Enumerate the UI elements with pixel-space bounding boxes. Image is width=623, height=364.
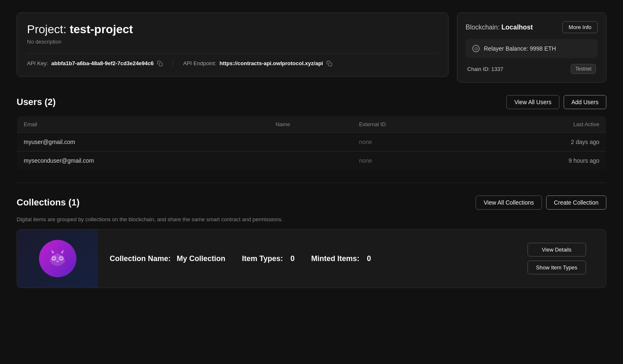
project-title: Project: test-project	[27, 23, 438, 36]
user-external-id: none	[353, 151, 473, 170]
api-key-label: API Key:	[27, 60, 48, 66]
more-info-button[interactable]: More Info	[562, 21, 598, 33]
item-types-label: Item Types:	[242, 254, 287, 263]
relayer-icon: ⊙	[472, 45, 480, 52]
collections-title-group: Collections (1)	[17, 197, 80, 208]
collections-section-header: Collections (1) View All Collections Cre…	[17, 195, 606, 210]
collections-btn-group: View All Collections Create Collection	[476, 195, 606, 210]
blockchain-header: Blockchain: Localhost More Info	[466, 21, 598, 33]
api-endpoint-field: API Endpoint: https://contracts-api.owlp…	[173, 60, 342, 66]
user-name	[269, 133, 353, 151]
user-last-active: 2 days ago	[473, 133, 606, 151]
svg-marker-11	[61, 249, 64, 254]
col-email: Email	[17, 116, 269, 133]
svg-rect-1	[329, 63, 332, 66]
collection-name-value: My Collection	[177, 254, 225, 263]
collection-logo	[39, 240, 76, 277]
chain-id-text: Chain ID: 1337	[467, 66, 503, 72]
user-email: myseconduser@gmail.com	[17, 151, 269, 170]
col-external-id: External ID	[353, 116, 473, 133]
api-endpoint-copy-icon[interactable]	[326, 61, 332, 66]
chain-id-row: Chain ID: 1337 Testnet	[466, 64, 598, 74]
user-name	[269, 151, 353, 170]
testnet-badge: Testnet	[571, 64, 596, 74]
top-section: Project: test-project No description API…	[17, 12, 606, 83]
view-all-collections-button[interactable]: View All Collections	[476, 195, 542, 210]
collection-card: Collection Name: My Collection Item Type…	[17, 229, 606, 288]
collection-logo-svg	[46, 247, 69, 270]
collection-name: Collection Name: My Collection	[110, 254, 226, 263]
main-content: Project: test-project No description API…	[17, 12, 606, 288]
svg-point-7	[53, 257, 55, 259]
api-key-copy-icon[interactable]	[157, 61, 163, 66]
collection-item-types: Item Types: 0	[242, 254, 295, 263]
users-section-header: Users (2) View All Users Add Users	[17, 95, 606, 109]
collection-name-label: Collection Name:	[110, 254, 175, 263]
svg-marker-10	[51, 249, 54, 254]
item-types-value: 0	[290, 254, 294, 263]
collection-info: Collection Name: My Collection Item Type…	[98, 235, 606, 283]
collection-image	[17, 230, 98, 288]
users-section: Users (2) View All Users Add Users Email…	[17, 95, 606, 170]
svg-point-8	[60, 257, 62, 259]
users-table: Email Name External ID Last Active myuse…	[17, 116, 606, 170]
users-btn-group: View All Users Add Users	[506, 95, 606, 109]
collections-section: Collections (1) View All Collections Cre…	[17, 195, 606, 288]
api-info-row: API Key: abbfa1b7-a6ba-48a8-9ef2-7cd3e24…	[27, 53, 438, 66]
view-details-button[interactable]: View Details	[527, 243, 586, 257]
add-users-button[interactable]: Add Users	[564, 95, 606, 109]
collections-section-title: Collections (1)	[17, 197, 80, 208]
users-section-title: Users (2)	[17, 97, 56, 107]
api-key-value: abbfa1b7-a6ba-48a8-9ef2-7cd3e24e94c6	[52, 60, 154, 66]
col-name: Name	[269, 116, 353, 133]
user-external-id: none	[353, 133, 473, 151]
minted-items-label: Minted Items:	[311, 254, 363, 263]
create-collection-button[interactable]: Create Collection	[546, 195, 606, 210]
relayer-balance-text: Relayer Balance: 9998 ETH	[484, 45, 556, 52]
col-last-active: Last Active	[473, 116, 606, 133]
users-table-header-row: Email Name External ID Last Active	[17, 116, 606, 133]
blockchain-card: Blockchain: Localhost More Info ⊙ Relaye…	[457, 12, 606, 83]
collection-minted-items: Minted Items: 0	[311, 254, 371, 263]
show-item-types-button[interactable]: Show Item Types	[527, 261, 586, 274]
api-key-field: API Key: abbfa1b7-a6ba-48a8-9ef2-7cd3e24…	[27, 60, 173, 66]
view-all-users-button[interactable]: View All Users	[506, 95, 559, 109]
table-row: myseconduser@gmail.comnone9 hours ago	[17, 151, 606, 170]
table-row: myuser@gmail.comnone2 days ago	[17, 133, 606, 151]
user-email: myuser@gmail.com	[17, 133, 269, 151]
project-description: No description	[27, 39, 438, 45]
api-endpoint-label: API Endpoint:	[183, 60, 216, 66]
user-last-active: 9 hours ago	[473, 151, 606, 170]
minted-items-value: 0	[367, 254, 371, 263]
api-endpoint-value: https://contracts-api.owlprotocol.xyz/ap…	[220, 60, 323, 66]
project-card: Project: test-project No description API…	[17, 12, 449, 77]
relayer-balance-box: ⊙ Relayer Balance: 9998 ETH	[466, 39, 598, 58]
section-divider	[17, 183, 606, 183]
blockchain-title: Blockchain: Localhost	[466, 24, 533, 31]
svg-rect-0	[159, 63, 162, 66]
collections-subtitle: Digital items are grouped by collections…	[17, 216, 606, 222]
collection-actions: View Details Show Item Types	[527, 243, 594, 274]
